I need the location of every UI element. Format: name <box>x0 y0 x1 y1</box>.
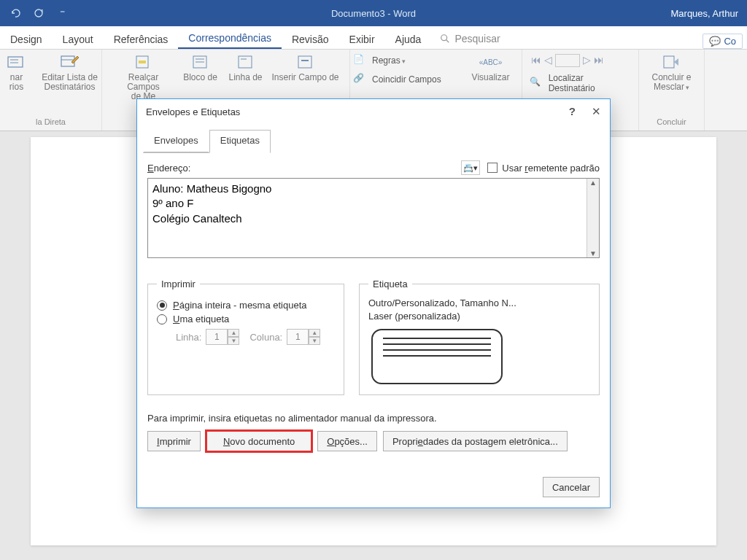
print-panel: Imprimir Página inteira - mesma etiqueta… <box>147 279 344 395</box>
checkbox-icon <box>487 163 498 173</box>
printer-hint: Para imprimir, insira etiquetas no alime… <box>147 413 600 424</box>
textarea-scrollbar[interactable]: ▲▼ <box>587 179 599 257</box>
close-button[interactable]: ✕ <box>592 105 601 118</box>
tab-etiquetas[interactable]: Etiquetas <box>209 130 271 153</box>
col-spinner[interactable]: ▲▼ <box>287 329 320 345</box>
dialog-title: Envelopes e Etiquetas <box>146 106 240 117</box>
modal-backdrop: Envelopes e Etiquetas ? ✕ Envelopes Etiq… <box>0 0 747 560</box>
print-legend: Imprimir <box>157 279 200 289</box>
row-label: Linha: <box>176 332 201 343</box>
new-document-button[interactable]: Novo documento <box>206 431 311 451</box>
label-legend: Etiqueta <box>368 279 412 289</box>
label-preview <box>371 329 503 384</box>
label-desc-1: Outro/Personalizado, Tamanho N... <box>368 297 590 310</box>
help-button[interactable]: ? <box>569 105 576 118</box>
row-spinner[interactable]: ▲▼ <box>206 329 239 345</box>
options-button[interactable]: Opções... <box>317 431 377 451</box>
print-button[interactable]: Imprimir <box>147 431 201 451</box>
label-desc-2: Laser (personalizada) <box>368 310 590 323</box>
address-label: Endereço: <box>147 163 190 174</box>
epostage-properties-button[interactable]: Propriedades da postagem eletrônica... <box>383 431 568 451</box>
address-textarea[interactable] <box>148 179 587 257</box>
address-book-button[interactable]: 📇▾ <box>461 160 480 175</box>
cancel-button[interactable]: Cancelar <box>543 477 600 497</box>
label-panel[interactable]: Etiqueta Outro/Personalizado, Tamanho N.… <box>359 279 600 395</box>
envelopes-labels-dialog: Envelopes e Etiquetas ? ✕ Envelopes Etiq… <box>136 98 611 508</box>
radio-icon <box>157 314 167 324</box>
tab-envelopes[interactable]: Envelopes <box>143 130 209 153</box>
radio-icon <box>157 300 167 311</box>
col-label: Coluna: <box>249 332 282 343</box>
radio-single-label[interactable]: Uma etiqueta <box>157 314 335 324</box>
use-return-address-checkbox[interactable]: Usar remetente padrão <box>487 163 600 174</box>
radio-full-page[interactable]: Página inteira - mesma etiqueta <box>157 300 335 311</box>
